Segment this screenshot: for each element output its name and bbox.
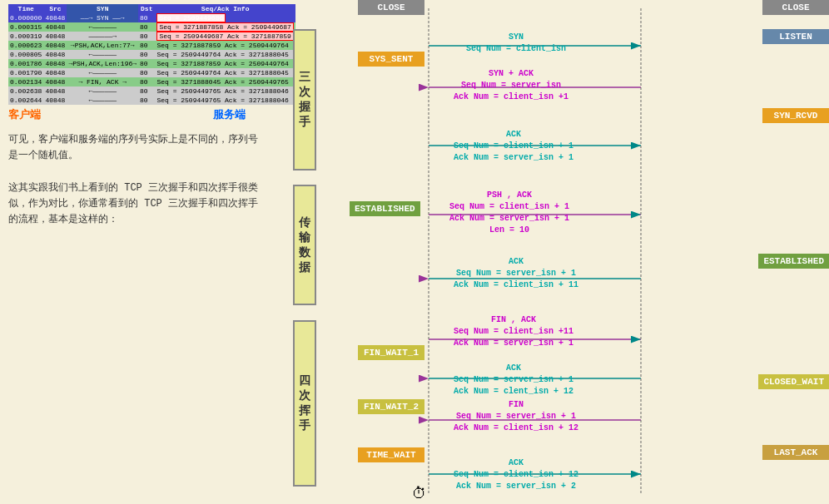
- col-src: Src: [43, 4, 67, 13]
- left-panel: Time Src SYN Dst Seq/Ack Info 0.000000 4…: [8, 4, 258, 228]
- col-time: Time: [8, 4, 43, 13]
- packet-table: Time Src SYN Dst Seq/Ack Info 0.000000 4…: [8, 4, 295, 105]
- annotation-fin-ack: FIN , ACK Seq Num = client_isn +11 Ack N…: [454, 314, 573, 349]
- table-row: 0.000623 40848 →PSH,ACK,Len:77→ 80 Seq =…: [8, 41, 295, 50]
- state-fin-wait-1: FIN_WAIT_1: [358, 345, 424, 360]
- annotation-syn: SYN Seq Num = client_isn: [466, 32, 566, 55]
- state-listen: LISTEN: [762, 29, 829, 44]
- bracket-three-handshake: 三 次 握 手: [293, 29, 316, 170]
- table-row: 0.002134 40848 → FIN, ACK → 80 Seq = 327…: [8, 77, 295, 86]
- table-row: 0.001790 40848 ←—————— 80 Seq = 25094497…: [8, 68, 295, 77]
- table-row: 0.002638 40848 ←—————— 80 Seq = 25094497…: [8, 86, 295, 96]
- description-text: 可见，客户端和服务端的序列号实际上是不同的，序列号是一个随机值。 这其实跟我们书…: [8, 132, 266, 228]
- state-closed-wait: CLOSED_WAIT: [758, 374, 829, 389]
- annotation-ack4: ACK Seq Num = client_isn + 12 Ack Num = …: [454, 457, 578, 492]
- right-panel: CLOSE SYS_SENT ESTABLISHED FIN_WAIT_1 FI…: [266, 0, 829, 504]
- state-time-wait: TIME_WAIT: [358, 447, 424, 462]
- annotation-psh-ack: PSH , ACK Seq Num = client_isn + 1 Ack N…: [449, 190, 569, 236]
- col-dst: Dst: [138, 4, 155, 13]
- table-row: 0.000315 40848 ←—————— 80 Seq = 32718878…: [8, 22, 295, 32]
- state-last-ack: LAST_ACK: [762, 445, 829, 460]
- state-established-left: ESTABLISHED: [350, 201, 420, 216]
- state-established-right: ESTABLISHED: [758, 254, 829, 269]
- endpoint-labels: 客户端 服务端: [8, 107, 246, 122]
- bracket-transfer: 传 输 数 据: [293, 185, 316, 305]
- annotation-syn-ack: SYN + ACK Seq Num = server_isn Ack Num =…: [454, 68, 568, 103]
- annotation-ack3: ACK Seq Num = server_isn + 1 Ack Num = c…: [454, 363, 573, 398]
- table-row: 0.002644 40848 ←—————— 80 Seq = 25094497…: [8, 96, 295, 105]
- state-syn-rcvd: SYN_RCVD: [762, 108, 829, 123]
- bracket-four-handshake: 四 次 挥 手: [293, 320, 316, 487]
- annotation-ack1: ACK Seq Num = client_isn + 1 Ack Num = s…: [454, 129, 573, 164]
- annotation-fin: FIN Seq Num = server_isn + 1 Ack Num = c…: [454, 399, 578, 434]
- clock-icon: ⏱: [412, 485, 427, 502]
- table-row: 0.001786 40848 →PSH,ACK,Len:196→ 80 Seq …: [8, 59, 295, 68]
- server-label: 服务端: [213, 107, 246, 122]
- table-row: 0.000319 40848 ——————→ 80 Seq = 25094496…: [8, 32, 295, 41]
- client-label: 客户端: [8, 107, 41, 122]
- annotation-ack2: ACK Seq Num = server_isn + 1 Ack Num = c…: [454, 256, 578, 291]
- state-fin-wait-2: FIN_WAIT_2: [358, 399, 424, 414]
- state-close-left: CLOSE: [358, 0, 424, 15]
- col-arrow: SYN: [67, 4, 138, 13]
- state-sys-sent: SYS_SENT: [358, 52, 424, 67]
- state-close-right: CLOSE: [762, 0, 829, 15]
- table-row: 0.000805 40848 ←—————— 80 Seq = 25094497…: [8, 50, 295, 59]
- table-row: 0.000000 40848 ——→ SYN ——→ 80 Seq = 2509…: [8, 13, 295, 22]
